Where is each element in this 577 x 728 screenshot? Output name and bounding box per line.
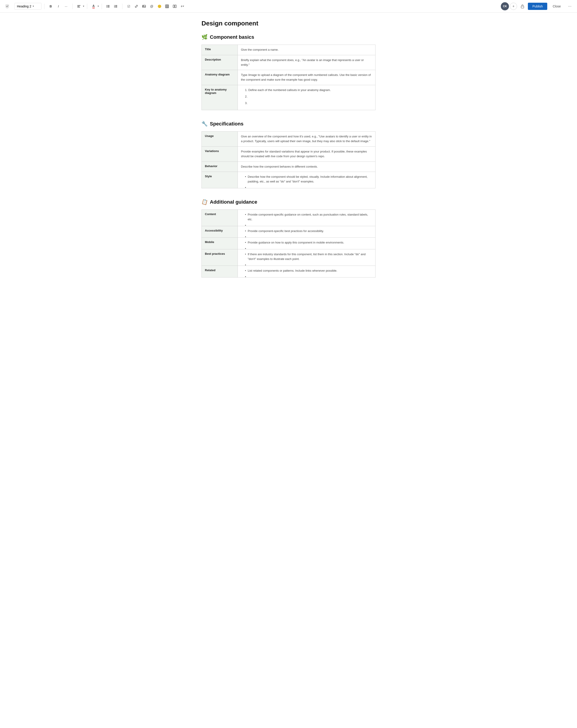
table-row-content: Describe how the component behaves in di…: [238, 161, 376, 172]
section-heading-additional-guidance: 📋 Additional guidance: [201, 199, 376, 205]
heading-dropdown[interactable]: Heading 2 ▾: [15, 3, 42, 10]
list-item: 2.: [245, 95, 372, 99]
page-title: Design component: [201, 20, 376, 27]
list-item: •Describe how the component should be st…: [245, 175, 372, 184]
color-group: A ▾: [90, 3, 99, 10]
toolbar: Heading 2 ▾ B I ··· ▾ A ▾: [0, 0, 577, 12]
table-row: Related•List related components or patte…: [202, 265, 376, 277]
svg-rect-1: [77, 6, 80, 6]
table-row: Best practices•If there are industry sta…: [202, 249, 376, 266]
publish-button[interactable]: Publish: [528, 3, 547, 10]
table-row-content: •Describe how the component should be st…: [238, 172, 376, 188]
section-heading-text: Specifications: [210, 121, 244, 127]
svg-rect-6: [107, 6, 109, 6]
table-row-label: Accessibility: [202, 226, 238, 238]
logo-icon: [4, 3, 11, 10]
svg-point-3: [107, 5, 107, 6]
table-row-content: •Provide guidance on how to apply this c…: [238, 238, 376, 249]
table-row-label: Best practices: [202, 249, 238, 266]
table-row: Content•Provide component-specific guida…: [202, 209, 376, 226]
svg-rect-22: [173, 5, 174, 8]
section-additional-guidance: 📋 Additional guidanceContent•Provide com…: [201, 199, 376, 278]
more-format-button[interactable]: ···: [62, 3, 70, 10]
svg-rect-4: [107, 5, 109, 6]
table-row-content: •List related components or patterns. In…: [238, 265, 376, 277]
table-row: BehaviorDescribe how the component behav…: [202, 161, 376, 172]
table-row-label: Mobile: [202, 238, 238, 249]
table-row-label: Key to anatomy diagram: [202, 85, 238, 110]
section-heading-specifications: 🔧 Specifications: [201, 121, 376, 127]
svg-rect-8: [107, 7, 109, 7]
table-button[interactable]: [164, 3, 171, 10]
table-row: VariationsProvide examples for standard …: [202, 147, 376, 161]
svg-point-7: [107, 7, 107, 7]
lock-button[interactable]: [519, 3, 526, 10]
more-options-button[interactable]: ···: [566, 3, 573, 10]
color-dropdown-icon: ▾: [98, 5, 99, 8]
insert-button[interactable]: + ▾: [179, 3, 186, 10]
table-row: Accessibility•Provide component-specific…: [202, 226, 376, 238]
table-row-content: Provide examples for standard variations…: [238, 147, 376, 161]
columns-button[interactable]: [171, 3, 178, 10]
avatar-group: CK +: [501, 2, 517, 10]
table-row-label: Behavior: [202, 161, 238, 172]
list-item: •List related components or patterns. In…: [245, 268, 372, 273]
align-dropdown-icon: ▾: [83, 5, 84, 8]
table-row-content: •If there are industry standards for thi…: [238, 249, 376, 266]
table-row-label: Title: [202, 45, 238, 55]
table-row: Style•Describe how the component should …: [202, 172, 376, 188]
svg-rect-0: [77, 5, 80, 6]
list-item: •Provide guidance on how to apply this c…: [245, 240, 372, 245]
insert-group: ☑ @ 🙂: [125, 3, 186, 10]
task-button[interactable]: ☑: [125, 3, 132, 10]
section-heading-text: Additional guidance: [210, 199, 257, 205]
table-row-content: Type /image to upload a diagram of the c…: [238, 70, 376, 85]
table-row-content: •Provide component-specific guidance on …: [238, 209, 376, 226]
mention-button[interactable]: @: [148, 3, 155, 10]
table-row: Anatomy diagramType /image to upload a d…: [202, 70, 376, 85]
table-row: UsageGive an overview of the component a…: [202, 132, 376, 147]
table-row-label: Style: [202, 172, 238, 188]
separator-2: [72, 4, 73, 9]
user-avatar[interactable]: CK: [501, 2, 509, 10]
table-row-label: Description: [202, 55, 238, 70]
table-row-content: Give an overview of the component and ho…: [238, 132, 376, 147]
list-item: •If there are industry standards for thi…: [245, 252, 372, 261]
svg-rect-17: [166, 5, 169, 8]
add-collaborator-button[interactable]: +: [510, 3, 517, 10]
text-color-button[interactable]: A: [90, 3, 97, 10]
italic-button[interactable]: I: [55, 3, 62, 10]
list-item: •Provide component-specific best practic…: [245, 229, 372, 234]
svg-rect-14: [115, 7, 117, 7]
list-item: 1.Define each of the numbered callouts i…: [245, 88, 372, 93]
table-row-label: Content: [202, 209, 238, 226]
sections-container: 🌿 Component basicsTitleGive the componen…: [201, 34, 376, 278]
align-button[interactable]: [75, 3, 82, 10]
table-row-content: Briefly explain what the component does,…: [238, 55, 376, 70]
table-row-content: •Provide component-specific best practic…: [238, 226, 376, 238]
bullet-list-button[interactable]: [105, 3, 112, 10]
table-row-label: Variations: [202, 147, 238, 161]
table-row: Mobile•Provide guidance on how to apply …: [202, 238, 376, 249]
separator-4: [102, 4, 102, 9]
svg-point-5: [107, 6, 107, 6]
bold-button[interactable]: B: [47, 3, 54, 10]
numbered-list-button[interactable]: 1. 2. 3.: [112, 3, 120, 10]
table-row: TitleGive the component a name.: [202, 45, 376, 55]
table-row-label: Anatomy diagram: [202, 70, 238, 85]
dropdown-icon: ▾: [33, 5, 34, 8]
media-button[interactable]: [141, 3, 148, 10]
table-specifications: UsageGive an overview of the component a…: [201, 131, 376, 188]
emoji-button[interactable]: 🙂: [156, 3, 163, 10]
table-row-content: 1.Define each of the numbered callouts i…: [238, 85, 376, 110]
close-button[interactable]: Close: [549, 3, 565, 10]
svg-rect-24: [521, 6, 524, 8]
link-button[interactable]: [133, 3, 140, 10]
section-heading-component-basics: 🌿 Component basics: [201, 34, 376, 40]
list-item: 3.: [245, 101, 372, 106]
section-component-basics: 🌿 Component basicsTitleGive the componen…: [201, 34, 376, 110]
table-row: DescriptionBriefly explain what the comp…: [202, 55, 376, 70]
text-format-group: B I ···: [47, 3, 70, 10]
heading-label: Heading 2: [17, 4, 31, 8]
section-heading-text: Component basics: [210, 34, 254, 40]
